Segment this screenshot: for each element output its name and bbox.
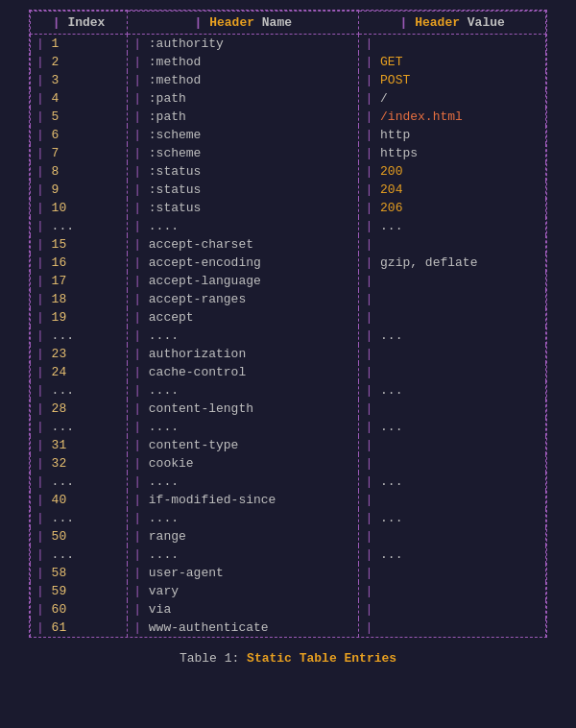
cell-name: | :path <box>128 108 359 126</box>
cell-index: | 3 <box>31 71 128 89</box>
table-header-row: | Index | Header Name | Header Value <box>31 12 546 35</box>
cell-value: | ... <box>359 217 546 235</box>
cell-name: | accept-language <box>128 272 359 290</box>
cell-name: | accept <box>128 308 359 327</box>
cell-index: | ... <box>31 509 128 527</box>
cell-index: | ... <box>31 418 128 436</box>
cell-index: | ... <box>31 381 128 400</box>
cell-name: | .... <box>128 327 359 345</box>
cell-value: | <box>359 436 546 454</box>
cell-value: | http <box>359 126 546 144</box>
cell-index: | 8 <box>31 162 128 181</box>
cell-name: | :status <box>128 181 359 199</box>
table-row: | 23| authorization| <box>31 345 546 363</box>
table-row: | ...| ....| ... <box>31 473 546 491</box>
cell-value: | <box>359 527 546 546</box>
cell-index: | 9 <box>31 181 128 199</box>
cell-index: | 40 <box>31 491 128 509</box>
cell-name: | :status <box>128 162 359 181</box>
cell-index: | ... <box>31 217 128 235</box>
cell-value: | 200 <box>359 162 546 181</box>
cell-index: | 6 <box>31 126 128 144</box>
cell-name: | accept-charset <box>128 235 359 254</box>
cell-index: | 4 <box>31 89 128 108</box>
cell-index: | 32 <box>31 454 128 473</box>
table-row: | 60| via| <box>31 600 546 619</box>
cell-name: | content-type <box>128 436 359 454</box>
cell-name: | cache-control <box>128 363 359 381</box>
cell-value: | ... <box>359 546 546 564</box>
cell-name: | if-modified-since <box>128 491 359 509</box>
table-row: | ...| ....| ... <box>31 546 546 564</box>
cell-name: | .... <box>128 217 359 235</box>
cell-index: | ... <box>31 327 128 345</box>
cell-index: | ... <box>31 546 128 564</box>
cell-index: | 59 <box>31 582 128 600</box>
table-row: | 17| accept-language| <box>31 272 546 290</box>
cell-value: | ... <box>359 473 546 491</box>
cell-index: | 17 <box>31 272 128 290</box>
cell-index: | 1 <box>31 35 128 54</box>
table-row: | 1| :authority| <box>31 35 546 54</box>
cell-index: | 2 <box>31 53 128 71</box>
cell-name: | via <box>128 600 359 619</box>
cell-value: | <box>359 619 546 637</box>
table-row: | 6| :scheme| http <box>31 126 546 144</box>
cell-name: | user-agent <box>128 564 359 582</box>
cell-name: | :status <box>128 199 359 217</box>
cell-index: | 10 <box>31 199 128 217</box>
cell-name: | .... <box>128 381 359 400</box>
cell-name: | .... <box>128 473 359 491</box>
cell-name: | range <box>128 527 359 546</box>
cell-value: | <box>359 272 546 290</box>
table-row: | ...| ....| ... <box>31 327 546 345</box>
cell-name: | .... <box>128 509 359 527</box>
cell-name: | :scheme <box>128 126 359 144</box>
table-row: | 61| www-authenticate| <box>31 619 546 637</box>
cell-name: | .... <box>128 546 359 564</box>
cell-value: | ... <box>359 418 546 436</box>
table-row: | 40| if-modified-since| <box>31 491 546 509</box>
cell-value: | <box>359 345 546 363</box>
table-row: | 3| :method| POST <box>31 71 546 89</box>
cell-value: | ... <box>359 381 546 400</box>
table-row: | ...| ....| ... <box>31 509 546 527</box>
cell-name: | .... <box>128 418 359 436</box>
table-row: | 59| vary| <box>31 582 546 600</box>
table-row: | 31| content-type| <box>31 436 546 454</box>
cell-name: | :method <box>128 71 359 89</box>
table-row: | 28| content-length| <box>31 400 546 418</box>
cell-value: | 204 <box>359 181 546 199</box>
table-row: | 5| :path| /index.html <box>31 108 546 126</box>
cell-name: | accept-encoding <box>128 254 359 272</box>
cell-value: | 206 <box>359 199 546 217</box>
cell-value: | POST <box>359 71 546 89</box>
cell-index: | 58 <box>31 564 128 582</box>
cell-value: | https <box>359 144 546 162</box>
cell-index: | 28 <box>31 400 128 418</box>
cell-value: | / <box>359 89 546 108</box>
cell-value: | ... <box>359 509 546 527</box>
table-row: | 19| accept| <box>31 308 546 327</box>
cell-index: | ... <box>31 473 128 491</box>
table-row: | 2| :method| GET <box>31 53 546 71</box>
cell-value: | <box>359 363 546 381</box>
cell-value: | /index.html <box>359 108 546 126</box>
table-row: | 16| accept-encoding| gzip, deflate <box>31 254 546 272</box>
cell-value: | ... <box>359 327 546 345</box>
cell-index: | 50 <box>31 527 128 546</box>
table-body: | 1| :authority|| 2| :method| GET| 3| :m… <box>31 35 546 638</box>
table-row: | 4| :path| / <box>31 89 546 108</box>
cell-index: | 31 <box>31 436 128 454</box>
cell-index: | 19 <box>31 308 128 327</box>
cell-name: | cookie <box>128 454 359 473</box>
cell-name: | www-authenticate <box>128 619 359 637</box>
cell-index: | 61 <box>31 619 128 637</box>
table-row: | 24| cache-control| <box>31 363 546 381</box>
table-caption: Table 1: Static Table Entries <box>180 651 396 666</box>
cell-value: | <box>359 290 546 308</box>
cell-index: | 7 <box>31 144 128 162</box>
cell-index: | 16 <box>31 254 128 272</box>
cell-name: | vary <box>128 582 359 600</box>
cell-name: | :path <box>128 89 359 108</box>
